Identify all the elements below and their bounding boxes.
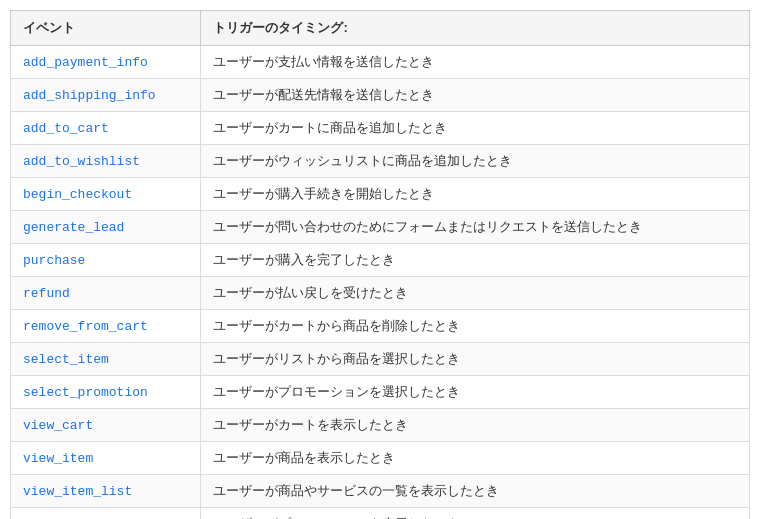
trigger-cell: ユーザーがカートを表示したとき bbox=[201, 409, 750, 442]
event-name-cell: add_shipping_info bbox=[11, 79, 201, 112]
table-row: view_cartユーザーがカートを表示したとき bbox=[11, 409, 750, 442]
table-row: add_to_cartユーザーがカートに商品を追加したとき bbox=[11, 112, 750, 145]
events-table: イベント トリガーのタイミング: add_payment_infoユーザーが支払… bbox=[10, 10, 750, 519]
table-row: view_item_listユーザーが商品やサービスの一覧を表示したとき bbox=[11, 475, 750, 508]
event-name-cell: refund bbox=[11, 277, 201, 310]
column-header-event: イベント bbox=[11, 11, 201, 46]
table-row: select_promotionユーザーがプロモーションを選択したとき bbox=[11, 376, 750, 409]
trigger-cell: ユーザーがカートから商品を削除したとき bbox=[201, 310, 750, 343]
event-name-cell: purchase bbox=[11, 244, 201, 277]
table-row: add_shipping_infoユーザーが配送先情報を送信したとき bbox=[11, 79, 750, 112]
trigger-cell: ユーザーが購入手続きを開始したとき bbox=[201, 178, 750, 211]
event-name-cell: add_payment_info bbox=[11, 46, 201, 79]
column-header-trigger: トリガーのタイミング: bbox=[201, 11, 750, 46]
trigger-cell: ユーザーがプロモーションを表示したとき bbox=[201, 508, 750, 520]
trigger-cell: ユーザーがプロモーションを選択したとき bbox=[201, 376, 750, 409]
event-name-cell: view_promotion bbox=[11, 508, 201, 520]
event-name-cell: add_to_wishlist bbox=[11, 145, 201, 178]
event-name-cell: remove_from_cart bbox=[11, 310, 201, 343]
event-name-cell: view_cart bbox=[11, 409, 201, 442]
trigger-cell: ユーザーが払い戻しを受けたとき bbox=[201, 277, 750, 310]
trigger-cell: ユーザーが配送先情報を送信したとき bbox=[201, 79, 750, 112]
trigger-cell: ユーザーが商品やサービスの一覧を表示したとき bbox=[201, 475, 750, 508]
table-row: generate_leadユーザーが問い合わせのためにフォームまたはリクエストを… bbox=[11, 211, 750, 244]
trigger-cell: ユーザーがリストから商品を選択したとき bbox=[201, 343, 750, 376]
table-row: begin_checkoutユーザーが購入手続きを開始したとき bbox=[11, 178, 750, 211]
table-row: view_itemユーザーが商品を表示したとき bbox=[11, 442, 750, 475]
trigger-cell: ユーザーがカートに商品を追加したとき bbox=[201, 112, 750, 145]
table-row: remove_from_cartユーザーがカートから商品を削除したとき bbox=[11, 310, 750, 343]
event-name-cell: generate_lead bbox=[11, 211, 201, 244]
event-name-cell: add_to_cart bbox=[11, 112, 201, 145]
table-row: view_promotionユーザーがプロモーションを表示したとき bbox=[11, 508, 750, 520]
event-name-cell: begin_checkout bbox=[11, 178, 201, 211]
event-name-cell: select_item bbox=[11, 343, 201, 376]
table-row: refundユーザーが払い戻しを受けたとき bbox=[11, 277, 750, 310]
trigger-cell: ユーザーが支払い情報を送信したとき bbox=[201, 46, 750, 79]
trigger-cell: ユーザーが購入を完了したとき bbox=[201, 244, 750, 277]
table-header-row: イベント トリガーのタイミング: bbox=[11, 11, 750, 46]
event-name-cell: select_promotion bbox=[11, 376, 201, 409]
table-row: add_to_wishlistユーザーがウィッシュリストに商品を追加したとき bbox=[11, 145, 750, 178]
trigger-cell: ユーザーがウィッシュリストに商品を追加したとき bbox=[201, 145, 750, 178]
table-row: purchaseユーザーが購入を完了したとき bbox=[11, 244, 750, 277]
event-name-cell: view_item bbox=[11, 442, 201, 475]
trigger-cell: ユーザーが商品を表示したとき bbox=[201, 442, 750, 475]
table-row: select_itemユーザーがリストから商品を選択したとき bbox=[11, 343, 750, 376]
event-name-cell: view_item_list bbox=[11, 475, 201, 508]
trigger-cell: ユーザーが問い合わせのためにフォームまたはリクエストを送信したとき bbox=[201, 211, 750, 244]
table-row: add_payment_infoユーザーが支払い情報を送信したとき bbox=[11, 46, 750, 79]
